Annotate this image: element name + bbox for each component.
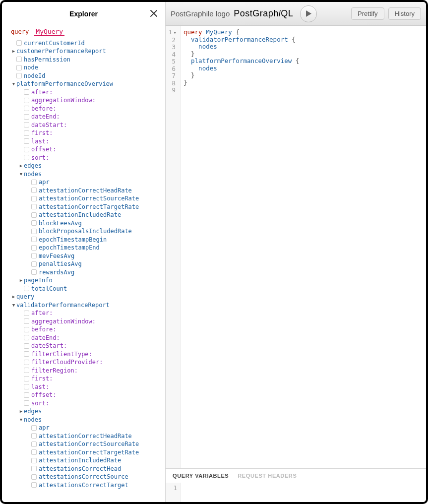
tree-row[interactable]: rewardsAvg: [11, 268, 159, 277]
variables-editor[interactable]: 1: [166, 483, 426, 502]
chevron-down-icon[interactable]: ▼: [18, 170, 24, 179]
field-checkbox[interactable]: [31, 425, 37, 431]
tree-row[interactable]: after: [11, 309, 159, 317]
tree-row[interactable]: dateStart: [11, 342, 159, 350]
field-checkbox[interactable]: [31, 261, 37, 267]
field-checkbox[interactable]: [31, 229, 37, 234]
tree-row[interactable]: apr: [11, 178, 159, 187]
field-checkbox[interactable]: [31, 220, 37, 226]
editor-code[interactable]: query MyQuery { validatorPerformanceRepo…: [181, 26, 299, 468]
tree-row[interactable]: offset: [11, 145, 159, 154]
field-checkbox[interactable]: [31, 433, 37, 439]
field-checkbox[interactable]: [31, 212, 37, 218]
tree-row[interactable]: attestationCorrectTargetRate: [11, 448, 159, 457]
field-checkbox[interactable]: [24, 138, 29, 144]
field-checkbox[interactable]: [24, 130, 29, 136]
tree-row[interactable]: dateEnd: [11, 334, 159, 342]
tree-row[interactable]: ▼nodes: [11, 170, 159, 179]
field-checkbox[interactable]: [24, 311, 29, 316]
prettify-button[interactable]: Prettify: [351, 7, 384, 20]
field-checkbox[interactable]: [24, 98, 29, 103]
tree-row[interactable]: apr: [11, 424, 159, 432]
tree-row[interactable]: filterRegion: [11, 367, 159, 375]
tree-row[interactable]: currentCustomerId: [11, 39, 159, 48]
tree-row[interactable]: before: [11, 105, 159, 113]
tree-row[interactable]: epochTimestampEnd: [11, 244, 159, 252]
tree-row[interactable]: attestationCorrectHeadRate: [11, 432, 159, 441]
tree-row[interactable]: last: [11, 383, 159, 391]
history-button[interactable]: History: [388, 7, 421, 20]
chevron-right-icon[interactable]: ▶: [18, 407, 24, 416]
run-button[interactable]: [300, 5, 317, 22]
field-checkbox[interactable]: [16, 40, 22, 46]
chevron-down-icon[interactable]: ▼: [11, 301, 16, 310]
tree-row[interactable]: dateStart: [11, 121, 159, 129]
field-checkbox[interactable]: [31, 188, 37, 193]
field-checkbox[interactable]: [31, 180, 37, 185]
explorer-tree[interactable]: query MyQuery currentCustomerId▶customer…: [2, 26, 165, 502]
field-checkbox[interactable]: [24, 155, 29, 160]
tree-row[interactable]: attestationIncludedRate: [11, 456, 159, 465]
tree-row[interactable]: sort: [11, 154, 159, 162]
tree-row[interactable]: blockProposalsIncludedRate: [11, 227, 159, 236]
chevron-right-icon[interactable]: ▶: [11, 47, 16, 56]
query-name-input[interactable]: MyQuery: [34, 28, 64, 36]
field-checkbox[interactable]: [24, 368, 29, 373]
field-checkbox[interactable]: [24, 106, 29, 111]
tree-row[interactable]: ▶edges: [11, 407, 159, 416]
tree-row[interactable]: before: [11, 325, 159, 334]
tree-row[interactable]: node: [11, 63, 159, 72]
tree-row[interactable]: last: [11, 137, 159, 146]
chevron-right-icon[interactable]: ▶: [18, 162, 24, 170]
tree-row[interactable]: offset: [11, 391, 159, 399]
field-checkbox[interactable]: [24, 384, 29, 389]
tree-row[interactable]: aggregationWindow: [11, 317, 159, 326]
field-checkbox[interactable]: [31, 482, 37, 488]
tree-row[interactable]: epochTimestampBegin: [11, 236, 159, 244]
tree-row[interactable]: ▶query: [11, 293, 159, 301]
chevron-right-icon[interactable]: ▶: [11, 293, 16, 301]
field-checkbox[interactable]: [31, 458, 37, 463]
tree-row[interactable]: hasPermission: [11, 56, 159, 64]
close-icon[interactable]: [149, 9, 158, 19]
chevron-down-icon[interactable]: ▼: [18, 416, 24, 424]
tab-query-variables[interactable]: QUERY VARIABLES: [173, 473, 229, 479]
field-checkbox[interactable]: [31, 269, 37, 275]
field-checkbox[interactable]: [31, 466, 37, 471]
tree-row[interactable]: attestationsCorrectTarget: [11, 481, 159, 490]
field-checkbox[interactable]: [16, 57, 22, 62]
field-checkbox[interactable]: [31, 441, 37, 447]
tree-row[interactable]: first: [11, 129, 159, 137]
tree-row[interactable]: attestationsCorrectHead: [11, 465, 159, 473]
tree-row[interactable]: mevFeesAvg: [11, 252, 159, 260]
tree-row[interactable]: attestationCorrectTargetRate: [11, 203, 159, 211]
field-checkbox[interactable]: [24, 376, 29, 381]
field-checkbox[interactable]: [24, 318, 29, 324]
field-checkbox[interactable]: [31, 204, 37, 209]
tree-row[interactable]: nodeId: [11, 72, 159, 80]
field-checkbox[interactable]: [24, 286, 29, 291]
field-checkbox[interactable]: [24, 343, 29, 349]
field-checkbox[interactable]: [24, 122, 29, 127]
field-checkbox[interactable]: [24, 327, 29, 332]
field-checkbox[interactable]: [31, 253, 37, 258]
field-checkbox[interactable]: [16, 73, 22, 78]
field-checkbox[interactable]: [16, 65, 22, 70]
tree-row[interactable]: attestationsCorrectSource: [11, 473, 159, 481]
tree-row[interactable]: penaltiesAvg: [11, 260, 159, 268]
tree-row[interactable]: attestationIncludedRate: [11, 211, 159, 219]
tree-row[interactable]: dateEnd: [11, 113, 159, 121]
field-checkbox[interactable]: [31, 237, 37, 242]
tree-row[interactable]: blockFeesAvg: [11, 219, 159, 228]
field-checkbox[interactable]: [24, 351, 29, 357]
field-checkbox[interactable]: [24, 360, 29, 365]
field-checkbox[interactable]: [24, 114, 29, 120]
tree-row[interactable]: ▶edges: [11, 162, 159, 170]
field-checkbox[interactable]: [31, 474, 37, 480]
tree-row[interactable]: ▼nodes: [11, 416, 159, 424]
field-checkbox[interactable]: [24, 392, 29, 398]
tree-row[interactable]: ▶pageInfo: [11, 276, 159, 285]
field-checkbox[interactable]: [31, 196, 37, 201]
field-checkbox[interactable]: [24, 400, 29, 406]
field-checkbox[interactable]: [31, 449, 37, 455]
